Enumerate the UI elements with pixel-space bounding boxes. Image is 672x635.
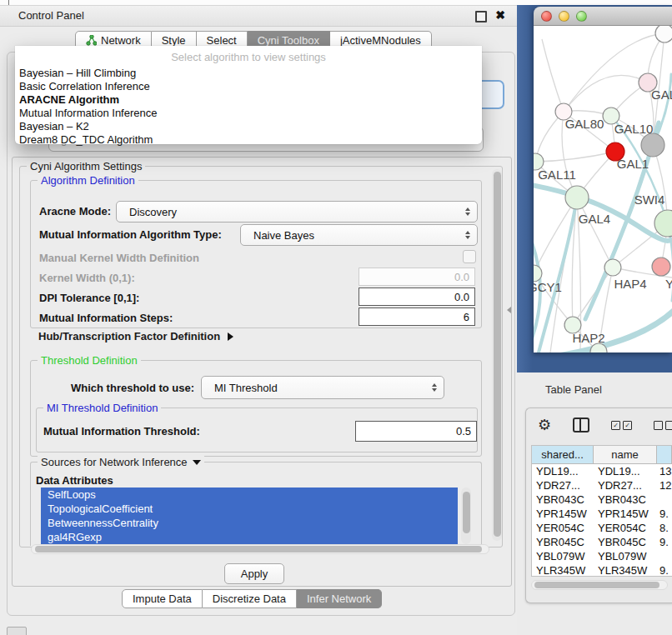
table-row[interactable]: YPR145W YPR145W 9.: [532, 507, 672, 521]
manual-kernel-checkbox[interactable]: [463, 250, 476, 263]
network-canvas[interactable]: GAL GAL80 GAL10 GAL1 GAL11 SWI4 GAL4 GCY…: [534, 26, 672, 352]
data-attribute-item[interactable]: TopologicalCoefficient: [41, 502, 458, 516]
column-header-shared-name[interactable]: shared...: [532, 446, 594, 463]
control-panel-window: Control Panel ✖ Network Style Select Cyn…: [0, 6, 517, 635]
node-label: GCY1: [534, 280, 562, 294]
sources-group: Sources for Network Inference Data Attri…: [30, 462, 482, 546]
minimized-panel-icon[interactable]: [7, 627, 27, 635]
table-row[interactable]: YBR045C YBR045C 9.: [532, 535, 672, 549]
data-attribute-item[interactable]: BetweennessCentrality: [41, 516, 458, 530]
threshold-definition-title: Threshold Definition: [38, 354, 141, 367]
mi-type-label: Mutual Information Algorithm Type:: [39, 228, 222, 241]
mi-type-combo[interactable]: Naive Bayes: [240, 224, 478, 246]
table-header-row: shared... name: [532, 446, 672, 464]
network-node-swi4[interactable]: [654, 210, 672, 237]
network-window-titlebar[interactable]: [534, 7, 672, 26]
mi-type-value: Naive Bayes: [241, 229, 314, 242]
select-all-icon[interactable]: ✓✓: [611, 421, 632, 430]
popup-header: Select algorithm to view settings: [15, 46, 482, 67]
minimize-traffic-light[interactable]: [559, 11, 569, 22]
cyni-algorithm-settings-title: Cyni Algorithm Settings: [27, 160, 145, 172]
network-node[interactable]: [655, 26, 672, 42]
tab-infer-network[interactable]: Infer Network: [297, 589, 382, 608]
table-row[interactable]: YDL19... YDL19... 13: [532, 464, 672, 478]
mi-threshold-field[interactable]: 0.5: [355, 421, 477, 442]
table-body: YDL19... YDL19... 13 YDR27... YDR27... 1…: [532, 464, 672, 577]
gear-icon[interactable]: ⚙: [538, 418, 551, 432]
table-row[interactable]: YER054C YER054C 8.: [532, 521, 672, 535]
threshold-definition-group: Threshold Definition Which threshold to …: [30, 360, 482, 457]
aracne-mode-combo[interactable]: Discovery: [116, 201, 478, 222]
table-row[interactable]: YLR345W YLR345W 9.: [532, 563, 672, 577]
algorithm-list: Bayesian – Hill ClimbingBasic Correlatio…: [15, 67, 482, 147]
node-label: Y: [665, 277, 672, 291]
dpi-tolerance-label: DPI Tolerance [0,1]:: [39, 292, 139, 304]
tab-impute-data[interactable]: Impute Data: [122, 589, 203, 608]
dpi-tolerance-field[interactable]: 0.0: [359, 288, 475, 306]
node-table: shared... name YDL19... YDL19... 13 YDR2…: [531, 445, 672, 577]
algorithm-list-item[interactable]: Bayesian – K2: [15, 120, 482, 133]
node-label: GAL11: [538, 168, 576, 182]
apply-button[interactable]: Apply: [224, 563, 284, 584]
algorithm-list-item[interactable]: Mutual Information Inference: [15, 107, 482, 120]
window-edge-tick: [8, 0, 9, 5]
network-node-hap4[interactable]: [604, 259, 621, 276]
column-header-partial[interactable]: [657, 446, 672, 463]
network-node-gal4[interactable]: [565, 186, 589, 209]
algorithm-list-item[interactable]: Bayesian – Hill Climbing: [15, 67, 482, 80]
settings-horizontal-scrollbar[interactable]: [31, 544, 489, 554]
which-threshold-value: MI Threshold: [202, 382, 278, 394]
node-label: GAL4: [579, 212, 610, 226]
network-window: GAL GAL80 GAL10 GAL1 GAL11 SWI4 GAL4 GCY…: [534, 7, 672, 352]
mi-threshold-group: MI Threshold Definition Mutual Informati…: [36, 408, 478, 452]
expand-right-icon: [228, 332, 233, 341]
algorithm-definition-group: Algorithm Definition Aracne Mode: Discov…: [30, 180, 482, 328]
aracne-mode-label: Aracne Mode:: [39, 205, 111, 218]
algorithm-list-item[interactable]: Dream8 DC_TDC Algorithm: [15, 133, 482, 147]
settings-vertical-scrollbar[interactable]: [492, 169, 502, 541]
network-desktop: GAL GAL80 GAL10 GAL1 GAL11 SWI4 GAL4 GCY…: [517, 5, 672, 372]
table-row[interactable]: YBL079W YBL079W: [532, 549, 672, 563]
cyni-bottom-tabs: Impute Data Discretize Data Infer Networ…: [122, 589, 382, 608]
attributes-scrollbar[interactable]: [461, 488, 471, 544]
close-icon[interactable]: ✖: [495, 8, 505, 22]
sources-group-title[interactable]: Sources for Network Inference: [38, 456, 204, 468]
node-label: GAL1: [617, 157, 649, 171]
column-header-name[interactable]: name: [594, 446, 657, 463]
node-label: SWI4: [634, 192, 665, 207]
node-label: GAL: [651, 88, 672, 102]
table-panel-title: Table Panel: [545, 383, 602, 396]
tab-discretize-data[interactable]: Discretize Data: [203, 589, 297, 608]
deselect-all-icon[interactable]: [654, 421, 672, 430]
algorithm-list-item[interactable]: ARACNE Algorithm: [15, 93, 482, 107]
control-panel-titlebar: Control Panel ✖: [0, 6, 517, 27]
algorithm-list-item[interactable]: Basic Correlation Inference: [15, 80, 482, 93]
kernel-width-label: Kernel Width (0,1):: [39, 272, 135, 284]
split-columns-icon[interactable]: [573, 418, 589, 432]
node-label: HAP4: [614, 277, 646, 291]
aracne-mode-value: Discovery: [117, 206, 177, 218]
network-node-pink[interactable]: [652, 258, 670, 276]
network-node-gray[interactable]: [641, 133, 664, 157]
float-window-icon[interactable]: [475, 11, 487, 22]
node-label: GAL80: [565, 117, 604, 131]
data-attribute-item[interactable]: gal4RGexp: [41, 530, 458, 544]
zoom-traffic-light[interactable]: [576, 11, 587, 22]
table-row[interactable]: YBR043C YBR043C: [532, 492, 672, 507]
table-panel-window: ⚙ ✓✓ shared... name YDL19... YDL19... 13…: [525, 408, 672, 603]
hub-definition-toggle[interactable]: Hub/Transcription Factor Definition: [38, 330, 233, 342]
which-threshold-combo[interactable]: MI Threshold: [201, 376, 444, 399]
manual-kernel-label: Manual Kernel Width Definition: [39, 252, 199, 264]
mi-steps-label: Mutual Information Steps:: [39, 312, 173, 324]
close-traffic-light[interactable]: [541, 11, 552, 22]
which-threshold-label: Which threshold to use:: [71, 382, 194, 394]
table-row[interactable]: YDR27... YDR27... 12: [532, 478, 672, 492]
splitter-collapse-icon[interactable]: [507, 307, 511, 313]
kernel-width-field[interactable]: 0.0: [359, 268, 475, 286]
network-graph: GAL GAL80 GAL10 GAL1 GAL11 SWI4 GAL4 GCY…: [534, 26, 672, 352]
collapse-down-icon: [193, 460, 201, 465]
mi-steps-field[interactable]: 6: [359, 308, 475, 326]
table-horizontal-scrollbar[interactable]: [531, 580, 668, 590]
data-attribute-item[interactable]: SelfLoops: [41, 488, 458, 502]
control-panel-title: Control Panel: [18, 9, 84, 22]
